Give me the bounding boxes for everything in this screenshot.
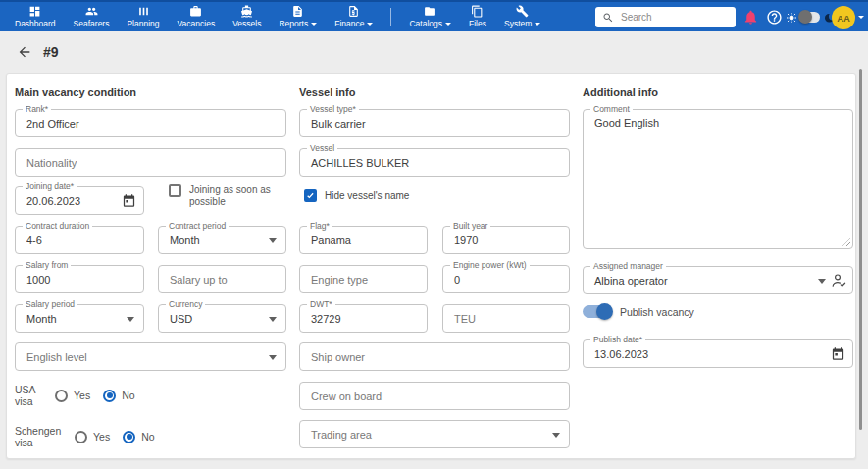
main-vacancy-column: Main vacancy condition Rank* 2nd Officer… bbox=[15, 74, 286, 458]
english-level-select[interactable]: English level bbox=[15, 342, 286, 371]
salary-period-select[interactable]: Salary period Month bbox=[15, 304, 144, 333]
nav-item-seafarers[interactable]: Seafarers bbox=[65, 5, 119, 28]
nav-item-system[interactable]: System bbox=[495, 5, 549, 28]
chevron-down-icon bbox=[367, 23, 373, 28]
help-icon[interactable] bbox=[766, 9, 783, 26]
reports-icon bbox=[291, 5, 304, 18]
vessel-type-field[interactable]: Vessel type* Bulk carrier bbox=[299, 109, 570, 137]
resize-handle[interactable] bbox=[842, 238, 850, 246]
schengen-visa-no-radio[interactable] bbox=[123, 431, 135, 443]
rank-field[interactable]: Rank* 2nd Officer bbox=[15, 109, 286, 137]
vessel-info-column: Vessel info Vessel type* Bulk carrier Ve… bbox=[299, 74, 570, 458]
usa-visa-yes-radio[interactable] bbox=[55, 390, 68, 402]
ship-owner-field[interactable]: Ship owner bbox=[299, 342, 570, 371]
schengen-visa-yes-label: Yes bbox=[93, 431, 110, 443]
comment-textarea[interactable]: Comment Good English bbox=[583, 109, 853, 249]
nav-item-finance[interactable]: Finance bbox=[326, 5, 382, 28]
back-button[interactable] bbox=[17, 44, 32, 60]
planning-icon bbox=[137, 5, 150, 18]
nav-item-files[interactable]: Files bbox=[460, 5, 495, 28]
system-icon bbox=[516, 5, 529, 18]
schengen-visa-row: Schengen visa Yes No bbox=[15, 425, 155, 448]
publish-date-field[interactable]: Publish date* 13.06.2023 bbox=[583, 339, 853, 368]
nav-item-reports[interactable]: Reports bbox=[270, 5, 326, 28]
assigned-manager-select[interactable]: Assigned manager Albina operator bbox=[583, 266, 853, 294]
search-box[interactable] bbox=[595, 7, 736, 27]
page-title: #9 bbox=[43, 44, 59, 60]
calendar-icon[interactable] bbox=[122, 193, 136, 208]
flag-field[interactable]: Flag* Panama bbox=[299, 226, 428, 254]
vessel-field[interactable]: Vessel ACHILLES BULKER bbox=[299, 148, 570, 177]
publish-vacancy-toggle[interactable] bbox=[583, 305, 611, 318]
engine-power-label: Engine power (kWt) bbox=[450, 260, 530, 270]
dropdown-caret-icon bbox=[269, 238, 277, 247]
additional-info-column: Additional info Comment Good English Ass… bbox=[583, 74, 853, 458]
hide-vessel-name-label: Hide vessel's name bbox=[325, 190, 409, 202]
joining-date-field[interactable]: Joining date* 20.06.2023 bbox=[15, 186, 144, 215]
comment-label: Comment bbox=[590, 104, 633, 114]
nationality-field[interactable]: Nationality bbox=[15, 148, 286, 177]
vessels-icon bbox=[240, 5, 253, 18]
trading-area-select[interactable]: Trading area bbox=[299, 420, 570, 448]
currency-value: USD bbox=[170, 313, 192, 325]
hide-vessel-name-checkbox-row[interactable]: Hide vessel's name bbox=[304, 189, 409, 202]
vacancy-form-card: Main vacancy condition Rank* 2nd Officer… bbox=[6, 73, 856, 459]
crew-on-board-field[interactable]: Crew on board bbox=[299, 382, 570, 410]
dwt-value: 32729 bbox=[311, 313, 341, 325]
salary-from-label: Salary from bbox=[23, 260, 71, 270]
chevron-down-icon[interactable] bbox=[858, 16, 864, 22]
dwt-field[interactable]: DWT* 32729 bbox=[299, 304, 428, 333]
built-year-field[interactable]: Built year 1970 bbox=[442, 226, 570, 254]
nav-item-vessels[interactable]: Vessels bbox=[224, 5, 270, 28]
engine-type-placeholder: Engine type bbox=[311, 274, 368, 286]
dropdown-caret-icon bbox=[269, 317, 277, 326]
section-title-vessel: Vessel info bbox=[299, 86, 355, 98]
salary-up-to-placeholder: Salary up to bbox=[170, 274, 228, 286]
chevron-down-icon bbox=[311, 23, 317, 28]
joining-date-label: Joining date* bbox=[23, 182, 77, 191]
engine-type-field[interactable]: Engine type bbox=[299, 265, 428, 293]
salary-from-field[interactable]: Salary from 1000 bbox=[15, 265, 144, 293]
usa-visa-label: USA visa bbox=[15, 384, 55, 407]
contract-period-label: Contract period bbox=[166, 221, 229, 231]
scrollbar[interactable] bbox=[859, 69, 862, 430]
theme-toggle[interactable] bbox=[800, 12, 820, 23]
hide-vessel-name-checkbox[interactable] bbox=[304, 189, 317, 202]
currency-select[interactable]: Currency USD bbox=[158, 304, 286, 333]
usa-visa-row: USA visa Yes No bbox=[15, 384, 135, 407]
nav-item-vacancies[interactable]: Vacancies bbox=[169, 5, 225, 28]
contract-period-select[interactable]: Contract period Month bbox=[158, 226, 286, 254]
chevron-down-icon bbox=[445, 23, 451, 28]
usa-visa-no-radio[interactable] bbox=[103, 390, 116, 402]
publish-date-value: 13.06.2023 bbox=[594, 348, 648, 360]
joining-asap-checkbox[interactable] bbox=[169, 184, 181, 197]
nav-item-planning[interactable]: Planning bbox=[118, 5, 168, 28]
calendar-icon[interactable] bbox=[831, 346, 845, 361]
contract-duration-field[interactable]: Contract duration 4-6 bbox=[15, 226, 144, 254]
nav-item-catalogs[interactable]: Catalogs bbox=[400, 5, 460, 28]
joining-asap-checkbox-row[interactable]: Joining as soon as possible bbox=[169, 184, 286, 208]
publish-date-label: Publish date* bbox=[590, 335, 645, 344]
flag-label: Flag* bbox=[307, 221, 332, 231]
manager-person-check-icon[interactable] bbox=[832, 273, 847, 288]
publish-vacancy-label: Publish vacancy bbox=[620, 306, 694, 318]
rank-value: 2nd Officer bbox=[26, 118, 79, 130]
schengen-visa-yes-radio[interactable] bbox=[75, 431, 87, 443]
notifications-bell-icon[interactable] bbox=[742, 9, 759, 26]
search-icon bbox=[602, 12, 614, 24]
finance-icon bbox=[347, 5, 360, 18]
section-title-additional: Additional info bbox=[583, 86, 658, 98]
top-nav: DashboardSeafarersPlanningVacanciesVesse… bbox=[0, 0, 868, 31]
trading-area-placeholder: Trading area bbox=[311, 429, 372, 441]
publish-vacancy-toggle-row: Publish vacancy bbox=[583, 305, 694, 318]
vessel-type-label: Vessel type* bbox=[307, 104, 359, 114]
engine-power-field[interactable]: Engine power (kWt) 0 bbox=[442, 265, 570, 293]
vacancies-icon bbox=[189, 5, 202, 18]
nav-item-dashboard[interactable]: Dashboard bbox=[6, 5, 65, 28]
search-input[interactable] bbox=[619, 11, 729, 24]
salary-up-to-field[interactable]: Salary up to bbox=[158, 265, 286, 293]
catalogs-icon bbox=[424, 5, 436, 18]
avatar[interactable]: AA bbox=[832, 6, 855, 29]
teu-field[interactable]: TEU bbox=[442, 304, 570, 333]
comment-value: Good English bbox=[594, 117, 659, 129]
